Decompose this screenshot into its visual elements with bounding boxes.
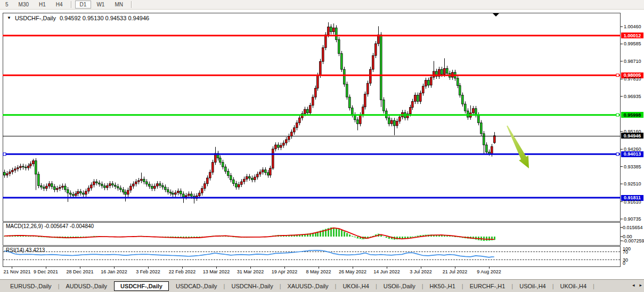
tab-eurusd-daily[interactable]: EURUSD-,Daily — [4, 281, 58, 291]
rsi-axis-label: 0 — [623, 261, 625, 266]
price-tick-label: 0.95160 — [624, 129, 641, 134]
date-label: 16 Jan 2022 — [101, 269, 127, 274]
hline-handle[interactable] — [616, 153, 619, 156]
tab-usdcnh-daily[interactable]: USDCNH-,Daily — [225, 281, 279, 291]
hline-handle[interactable] — [3, 153, 6, 156]
chart-ohlc-values: 0.94592 0.95130 0.94533 0.94946 — [60, 15, 149, 21]
macd-axis-label: -0.0072599 — [623, 238, 644, 244]
macd-indicator-label: MACD(12,26,9) -0.005647 -0.004840 — [6, 223, 94, 229]
price-tick-label: 0.92510 — [624, 181, 641, 186]
tab-audusd-daily[interactable]: AUDUSD-,Daily — [60, 281, 113, 291]
rsi-panel[interactable] — [3, 247, 621, 267]
trading-platform-window: 5M30H1H4D1W1MN ▼ USDCHF-,Daily 0.94592 0… — [0, 0, 644, 292]
price-tick-label: 0.96935 — [624, 94, 641, 99]
price-tick-label: 0.97810 — [624, 76, 641, 82]
date-label: 8 May 2022 — [306, 269, 331, 274]
price-tick-label: 0.94260 — [624, 147, 641, 152]
price-tick-label: 0.98710 — [624, 59, 641, 64]
tab-usoil-h4[interactable]: USOil-,H4 — [513, 281, 552, 291]
macd-axis-label: 0.015654 — [623, 225, 643, 230]
hline-price-label: 0.94013 — [621, 151, 643, 157]
price-tick-label: 0.91610 — [624, 199, 641, 205]
symbol-tab-bar: EURUSD-,Daily|AUDUSD-,DailyUSDCHF-,Daily… — [0, 279, 644, 292]
price-tick-label: 1.00460 — [624, 24, 641, 29]
hline-price-label: 0.95998 — [621, 112, 643, 118]
chart-canvas[interactable] — [0, 0, 644, 279]
date-label: 31 Mar 2022 — [237, 269, 264, 274]
rsi-indicator-label: RSI(14) 43.4213 — [6, 247, 45, 253]
tab-usdcad-daily[interactable]: USDCAD-,Daily — [170, 281, 223, 291]
date-label: 21 Jul 2022 — [443, 269, 468, 274]
tab-separator: | — [592, 283, 595, 289]
tab-eurchf-h1[interactable]: EURCHF-,H1 — [464, 281, 511, 291]
tab-ukoil-h4[interactable]: UKOil-,H4 — [555, 281, 593, 291]
tab-usoil-daily[interactable]: USOil-,Daily — [378, 281, 421, 291]
date-label: 14 Jun 2022 — [373, 269, 400, 274]
chart-title: ▼ USDCHF-,Daily 0.94592 0.95130 0.94533 … — [7, 15, 149, 21]
tab-scroll-right-icon[interactable]: ▸ — [639, 282, 642, 288]
rsi-axis-label: 70 — [623, 249, 628, 255]
date-label: 3 Jul 2022 — [410, 269, 432, 274]
collapse-triangle-icon[interactable]: ▼ — [7, 16, 11, 20]
tab-ukoil-h4[interactable]: UKOil-,H4 — [337, 281, 375, 291]
date-label: 28 Dec 2021 — [66, 269, 93, 274]
tab-scroll-left-icon[interactable]: ◂ — [632, 282, 635, 288]
date-label: 21 Nov 2021 — [3, 269, 30, 274]
date-label: 9 Aug 2022 — [477, 269, 501, 274]
tab-scroll-arrows: ◂ ▸ — [632, 282, 642, 288]
tab-hk50-h1[interactable]: HK50-,H1 — [424, 281, 461, 291]
hline-handle[interactable] — [616, 113, 619, 116]
date-label: 22 Feb 2022 — [169, 269, 196, 274]
main-chart-panel[interactable] — [3, 13, 621, 222]
price-tick-label: 0.99585 — [624, 41, 641, 46]
tab-usdchf-daily[interactable]: USDCHF-,Daily — [114, 281, 169, 291]
price-tick-label: 0.93385 — [624, 164, 641, 169]
date-label: 26 May 2022 — [339, 269, 366, 274]
price-tick-label: 0.90735 — [624, 216, 641, 222]
chart-symbol-label: USDCHF-,Daily — [15, 15, 56, 21]
date-label: 13 Mar 2022 — [203, 269, 230, 274]
hline-price-label: 1.00012 — [621, 33, 643, 38]
date-label: 3 Feb 2022 — [136, 269, 160, 274]
hline-handle[interactable] — [616, 74, 619, 77]
date-label: 19 Apr 2022 — [272, 269, 298, 274]
date-label: 9 Dec 2021 — [34, 269, 58, 274]
tab-xauusd-daily[interactable]: XAUUSD-,Daily — [282, 281, 335, 291]
